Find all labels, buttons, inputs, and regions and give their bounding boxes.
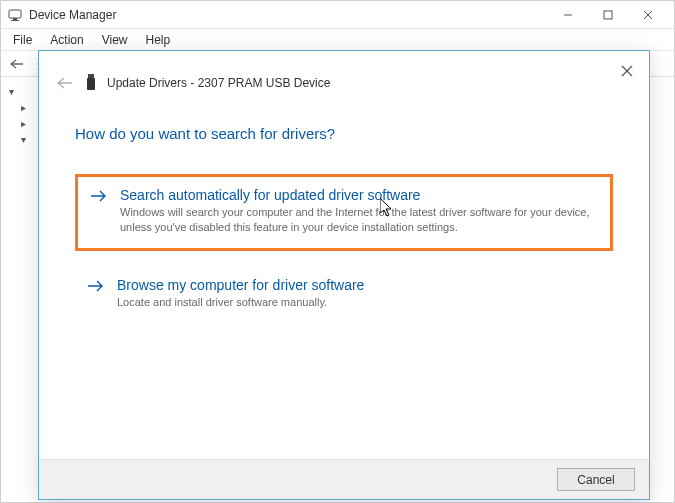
menu-view[interactable]: View [94, 31, 136, 49]
arrow-right-icon [90, 189, 108, 207]
option-search-automatically[interactable]: Search automatically for updated driver … [75, 174, 613, 251]
option-description: Windows will search your computer and th… [120, 205, 598, 236]
back-arrow-icon[interactable] [55, 73, 75, 93]
svg-rect-9 [88, 74, 94, 78]
menubar: File Action View Help [1, 29, 674, 51]
svg-rect-0 [9, 10, 21, 18]
maximize-button[interactable] [588, 3, 628, 27]
dialog-heading: How do you want to search for drivers? [75, 125, 613, 142]
option-description: Locate and install driver software manua… [117, 295, 601, 310]
back-icon[interactable] [5, 53, 29, 75]
menu-help[interactable]: Help [138, 31, 179, 49]
arrow-right-icon [87, 279, 105, 297]
chevron-down-icon: ▾ [9, 86, 14, 97]
menu-file[interactable]: File [5, 31, 40, 49]
window-title: Device Manager [29, 8, 116, 22]
cancel-button[interactable]: Cancel [557, 468, 635, 491]
option-text: Search automatically for updated driver … [120, 187, 598, 236]
chevron-down-icon: ▾ [21, 134, 26, 145]
dialog-title: Update Drivers - 2307 PRAM USB Device [107, 76, 330, 90]
option-browse-computer[interactable]: Browse my computer for driver software L… [75, 267, 613, 322]
dialog-body: How do you want to search for drivers? S… [39, 97, 649, 348]
svg-rect-2 [11, 20, 19, 21]
minimize-button[interactable] [548, 3, 588, 27]
option-title: Search automatically for updated driver … [120, 187, 598, 203]
update-drivers-dialog: Update Drivers - 2307 PRAM USB Device Ho… [38, 50, 650, 500]
option-text: Browse my computer for driver software L… [117, 277, 601, 310]
option-title: Browse my computer for driver software [117, 277, 601, 293]
svg-rect-1 [13, 18, 17, 20]
dialog-header: Update Drivers - 2307 PRAM USB Device [39, 51, 649, 97]
close-icon[interactable] [615, 59, 639, 83]
dialog-footer: Cancel [39, 459, 649, 499]
menu-action[interactable]: Action [42, 31, 91, 49]
usb-device-icon [85, 74, 97, 92]
svg-rect-10 [87, 78, 95, 90]
window-buttons [548, 3, 668, 27]
titlebar: Device Manager [1, 1, 674, 29]
svg-rect-4 [604, 11, 612, 19]
close-button[interactable] [628, 3, 668, 27]
chevron-right-icon: ▸ [21, 102, 26, 113]
chevron-right-icon: ▸ [21, 118, 26, 129]
device-manager-icon [7, 7, 23, 23]
